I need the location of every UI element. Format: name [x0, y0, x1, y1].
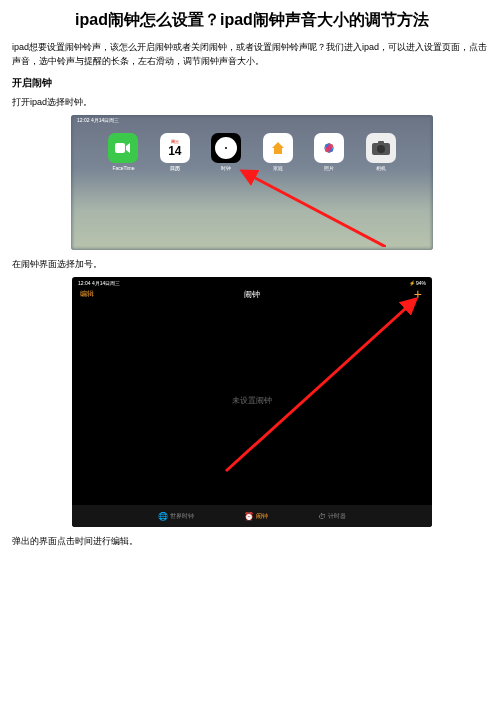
app-camera-icon[interactable]: 相机 [366, 133, 396, 163]
tab-alarm[interactable]: ⏰ 闹钟 [244, 512, 268, 521]
statusbar-time: 12:02 4月14日周三 [77, 117, 119, 123]
tab-alarm-label: 闹钟 [256, 512, 268, 521]
app-home-icon[interactable]: 家庭 [263, 133, 293, 163]
app-facetime-icon[interactable]: FaceTime [108, 133, 138, 163]
app-calendar-icon[interactable]: 周三 14 日历 [160, 133, 190, 163]
app-home-label: 家庭 [273, 165, 283, 171]
svg-point-10 [377, 145, 385, 153]
statusbar-time-2: 12:04 4月14日周三 [78, 280, 120, 286]
tab-timer[interactable]: ⏱ 计时器 [318, 512, 346, 521]
add-alarm-button[interactable]: + [414, 287, 422, 301]
app-clock-label: 时钟 [221, 165, 231, 171]
annotation-arrow-icon [206, 291, 426, 481]
svg-rect-0 [115, 143, 125, 153]
blank-area [12, 554, 492, 713]
timer-icon: ⏱ [318, 512, 326, 521]
alarm-icon: ⏰ [244, 512, 254, 521]
edit-button[interactable]: 编辑 [80, 289, 94, 299]
app-calendar-label: 日历 [170, 165, 180, 171]
app-facetime-label: FaceTime [112, 165, 134, 171]
screenshot-alarm-screen: 12:04 4月14日周三 ⚡ 94% 编辑 闹钟 + 未设置闹钟 🌐 世界时钟… [72, 277, 432, 527]
screenshot-ipad-home: 12:02 4月14日周三 FaceTime 周三 14 日历 时钟 家庭 [71, 115, 433, 250]
article-intro: ipad想要设置闹钟铃声，该怎么开启闹钟或者关闭闹钟，或者设置闹钟铃声呢？我们进… [12, 41, 492, 68]
svg-line-13 [226, 299, 416, 471]
app-clock-icon[interactable]: 时钟 [211, 133, 241, 163]
svg-rect-11 [378, 141, 384, 144]
tab-world-clock[interactable]: 🌐 世界时钟 [158, 512, 194, 521]
empty-alarm-text: 未设置闹钟 [232, 395, 272, 406]
tab-timer-label: 计时器 [328, 512, 346, 521]
app-camera-label: 相机 [376, 165, 386, 171]
globe-icon: 🌐 [158, 512, 168, 521]
step-3-text: 弹出的界面点击时间进行编辑。 [12, 535, 492, 548]
tab-world-label: 世界时钟 [170, 512, 194, 521]
app-photos-label: 照片 [324, 165, 334, 171]
section-heading-open-alarm: 开启闹钟 [12, 76, 492, 90]
step-1-text: 打开ipad选择时钟。 [12, 96, 492, 109]
calendar-day: 14 [168, 144, 181, 158]
app-photos-icon[interactable]: 照片 [314, 133, 344, 163]
article-title: ipad闹钟怎么设置？ipad闹钟声音大小的调节方法 [12, 10, 492, 31]
step-2-text: 在闹钟界面选择加号。 [12, 258, 492, 271]
nav-title-alarm: 闹钟 [244, 289, 260, 300]
